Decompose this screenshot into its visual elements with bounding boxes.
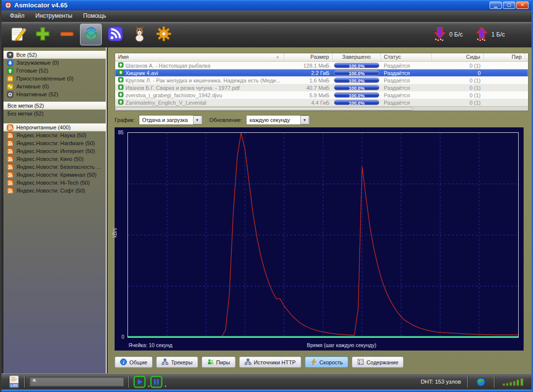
sidebar-item[interactable]: Без метки (52) [3,110,106,118]
filter-list: *Все (52)Загружаемые (0)Готовые (52)Прио… [3,51,106,98]
column-header-6[interactable]: Пир [484,53,525,61]
column-header-2[interactable]: Размер [284,53,332,61]
menu-file[interactable]: Файл [4,11,30,21]
sidebar-item[interactable]: *Все (52) [3,51,106,59]
update-interval-dropdown[interactable]: каждую секунду ▼ [246,115,310,125]
sidebar-item[interactable]: Яндекс.Новости: Софт (50) [3,187,106,195]
tab-источники-http[interactable]: Источники HTTP [239,356,301,368]
sidebar-item[interactable]: Загружаемые (0) [3,59,106,67]
torrent-seeds: 0 (1) [431,63,484,69]
sidebar-item[interactable]: Непрочитанные (400) [3,123,106,131]
sidebar: *Все (52)Загружаемые (0)Готовые (52)Прио… [3,47,107,373]
chevron-down-icon[interactable]: ▾ [164,384,166,389]
table-row[interactable]: Хищник 4.avi2.2 ГиБ100.0%Раздаётся0 [115,69,528,77]
maximize-button[interactable]: ▢ [503,1,515,9]
sidebar-item[interactable]: Все метки (52) [3,102,106,110]
chevron-down-icon[interactable]: ▼ [193,116,202,124]
chevron-down-icon[interactable]: ▼ [300,116,309,124]
menu-help[interactable]: Помощь [78,11,111,21]
sidebar-item[interactable]: Яндекс.Новости: Криминал (50) [3,171,106,179]
sidebar-item[interactable]: Яндекс.Новости: Безопасность ... [3,163,106,171]
add-button[interactable] [32,24,53,45]
sidebar-item[interactable]: Активные (0) [3,82,106,90]
tab-label: Содержание [367,359,398,365]
toolbar-buttons [7,24,177,45]
log-icon[interactable]: LOG [8,375,20,388]
tab-общие[interactable]: iОбщие [115,356,153,368]
chevron-down-icon[interactable]: ▾ [148,384,150,389]
seeding-icon [118,70,123,76]
rss-feed-icon [7,156,13,162]
tab-содержание[interactable]: Содержание [352,356,404,368]
search-input[interactable] [40,379,122,385]
graph-type-value: Отдача и загрузка [139,117,193,123]
column-header-1[interactable]: Имя▼ [115,53,284,61]
statusbar-separator [128,376,129,388]
start-all-button[interactable]: ▾ [133,376,146,388]
arrow-down-icon [7,60,13,66]
rss-icon [107,26,123,44]
column-header-5[interactable]: Сиды [431,53,484,61]
close-button[interactable]: ✕ [516,1,529,9]
table-row[interactable]: Zanimatelny_Englich_V_Levental4.4 ГиБ100… [115,99,528,106]
donkey-button[interactable] [128,24,150,45]
menu-tools[interactable]: Инструменты [30,11,78,21]
content-icon [357,358,364,366]
torrent-progress: 100.0% [332,85,381,90]
sidebar-item[interactable]: Готовые (52) [3,67,106,75]
graph-type-dropdown[interactable]: Отдача и загрузка ▼ [139,115,203,125]
torrent-seeds: 0 (1) [431,92,484,98]
horizontal-scrollbar[interactable] [115,106,528,111]
statusbar-separator [467,376,468,388]
asterisk-icon: * [7,52,13,58]
network-globe-icon[interactable] [472,377,490,387]
donkey-icon [131,26,148,44]
pause-all-button[interactable]: ▾ [150,376,163,388]
pause-icon [7,76,13,82]
column-header-3[interactable]: Завершено [332,53,381,61]
tab-скорость[interactable]: Скорость [305,356,349,368]
label-list: Все метки (52)Без метки (52) [3,102,106,118]
rss-button[interactable] [104,24,126,45]
table-row[interactable]: Шаганов А. - Настоящая рыбалка128.1 МиБ1… [115,62,528,69]
title-bar: Asmlocator v4.65 ▁ ▢ ✕ [1,0,532,10]
sidebar-item-label: Яндекс.Новости: Безопасность ... [16,164,101,170]
sidebar-item-label: Яндекс.Новости: Наука (50) [16,132,86,138]
minimize-button[interactable]: ▁ [490,1,502,9]
main-panel: Имя▼РазмерЗавершеноСтатусСидыПир Шаганов… [108,47,533,373]
menu-bar: Файл Инструменты Помощь [1,10,532,22]
tab-пиры[interactable]: Пиры [202,356,236,368]
sidebar-item[interactable]: Яндекс.Новости: Hi-Tech (50) [3,179,106,187]
edit-button[interactable] [7,24,29,45]
sidebar-item[interactable]: Неактивные (52) [3,90,106,98]
window-title: Asmlocator v4.65 [14,1,68,9]
torrent-name: Хищник 4.avi [125,70,158,76]
table-row[interactable]: zverstva_i_grabegi_fachistov_1942.djvu5.… [115,91,528,99]
network-cube-button[interactable] [80,24,102,45]
torrent-name: Шаганов А. - Настоящая рыбалка [125,63,210,69]
sidebar-item[interactable]: Яндекс.Новости: Наука (50) [3,131,106,139]
remove-button[interactable] [56,24,78,45]
sidebar-item[interactable]: Приостановленные (0) [3,75,106,82]
sidebar-item[interactable]: Яндекс.Новости: Hardware (50) [3,139,106,147]
sidebar-item[interactable]: Яндекс.Новости: Интернет (50) [3,147,106,155]
tab-label: Скорость [320,359,343,365]
settings-gear-button[interactable] [153,24,174,45]
tab-трекеры[interactable]: Трекеры [156,356,198,368]
http-sources-icon [245,358,251,366]
sidebar-item[interactable]: Яндекс.Новости: Кино (50) [3,155,106,163]
progress-value: 100.0% [334,71,379,75]
scrollbar-thumb[interactable] [116,107,413,111]
table-cell: Кругляк Л. - Рак желудка и кишечника. На… [115,77,284,83]
search-box[interactable] [29,377,124,387]
table-cell: zverstva_i_grabegi_fachistov_1942.djvu [115,92,284,98]
x-axis-label: Время (шаг каждую секунду) [307,342,376,348]
torrent-progress: 100.0% [332,92,381,98]
column-header-4[interactable]: Статус [381,53,431,61]
torrent-status: Раздаётся [381,85,431,91]
app-logo-icon [4,1,12,9]
sidebar-item-label: Яндекс.Новости: Hi-Tech (50) [16,180,90,186]
progress-value: 100.0% [334,78,379,82]
table-row[interactable]: Кругляк Л. - Рак желудка и кишечника. На… [115,77,528,84]
table-row[interactable]: Иванов Б.Г. Сварка и резка чугуна. - 197… [115,84,528,91]
